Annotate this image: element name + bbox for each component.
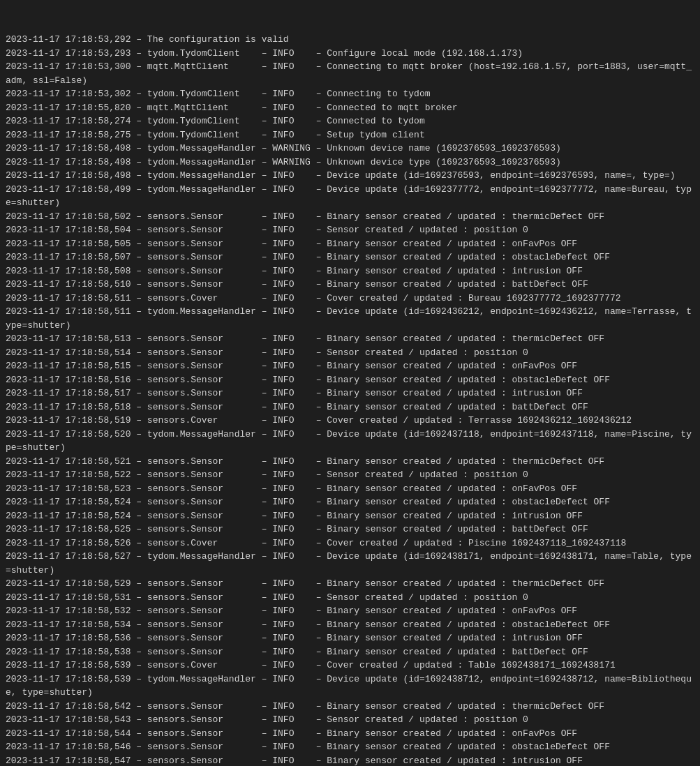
log-line: 2023-11-17 17:18:58,498 – tydom.MessageH… (6, 156, 694, 170)
log-line: 2023-11-17 17:18:58,504 – sensors.Sensor… (6, 223, 694, 237)
log-line: 2023-11-17 17:18:53,300 – mqtt.MqttClien… (6, 60, 694, 87)
log-line: 2023-11-17 17:18:58,502 – sensors.Sensor… (6, 210, 694, 224)
log-line: 2023-11-17 17:18:58,524 – sensors.Sensor… (6, 495, 694, 509)
log-line: 2023-11-17 17:18:58,511 – sensors.Cover … (6, 292, 694, 306)
log-line: 2023-11-17 17:18:58,505 – sensors.Sensor… (6, 237, 694, 251)
log-line: 2023-11-17 17:18:58,516 – sensors.Sensor… (6, 373, 694, 387)
log-line: 2023-11-17 17:18:58,508 – sensors.Sensor… (6, 264, 694, 278)
log-line: 2023-11-17 17:18:58,539 – tydom.MessageH… (6, 673, 694, 700)
log-line: 2023-11-17 17:18:58,529 – sensors.Sensor… (6, 577, 694, 591)
log-line: 2023-11-17 17:18:58,534 – sensors.Sensor… (6, 618, 694, 632)
log-line: 2023-11-17 17:18:58,532 – sensors.Sensor… (6, 604, 694, 618)
log-line: 2023-11-17 17:18:58,543 – sensors.Sensor… (6, 713, 694, 727)
log-line: 2023-11-17 17:18:58,519 – sensors.Cover … (6, 414, 694, 428)
log-line: 2023-11-17 17:18:58,524 – sensors.Sensor… (6, 509, 694, 523)
log-line: 2023-11-17 17:18:53,293 – tydom.TydomCli… (6, 47, 694, 61)
log-line: 2023-11-17 17:18:58,522 – sensors.Sensor… (6, 468, 694, 482)
log-line: 2023-11-17 17:18:58,515 – sensors.Sensor… (6, 359, 694, 373)
log-container: 2023-11-17 17:18:53,292 – The configurat… (6, 6, 694, 766)
log-line: 2023-11-17 17:18:58,499 – tydom.MessageH… (6, 183, 694, 210)
log-line: 2023-11-17 17:18:58,539 – sensors.Cover … (6, 659, 694, 673)
log-line: 2023-11-17 17:18:58,531 – sensors.Sensor… (6, 591, 694, 605)
log-line: 2023-11-17 17:18:58,498 – tydom.MessageH… (6, 169, 694, 183)
log-line: 2023-11-17 17:18:58,525 – sensors.Sensor… (6, 523, 694, 536)
log-line: 2023-11-17 17:18:58,511 – tydom.MessageH… (6, 305, 694, 332)
log-line: 2023-11-17 17:18:55,820 – mqtt.MqttClien… (6, 101, 694, 115)
log-line: 2023-11-17 17:18:58,275 – tydom.TydomCli… (6, 128, 694, 142)
log-output: 2023-11-17 17:18:53,292 – The configurat… (6, 33, 694, 766)
log-line: 2023-11-17 17:18:58,517 – sensors.Sensor… (6, 386, 694, 400)
log-line: 2023-11-17 17:18:58,546 – sensors.Sensor… (6, 740, 694, 754)
log-line: 2023-11-17 17:18:53,302 – tydom.TydomCli… (6, 87, 694, 101)
log-line: 2023-11-17 17:18:58,513 – sensors.Sensor… (6, 332, 694, 346)
log-line: 2023-11-17 17:18:58,518 – sensors.Sensor… (6, 400, 694, 414)
log-line: 2023-11-17 17:18:58,542 – sensors.Sensor… (6, 700, 694, 714)
log-line: 2023-11-17 17:18:58,507 – sensors.Sensor… (6, 250, 694, 264)
log-line: 2023-11-17 17:18:53,292 – The configurat… (6, 33, 694, 47)
log-line: 2023-11-17 17:18:58,547 – sensors.Sensor… (6, 754, 694, 767)
log-line: 2023-11-17 17:18:58,498 – tydom.MessageH… (6, 142, 694, 156)
log-line: 2023-11-17 17:18:58,510 – sensors.Sensor… (6, 278, 694, 292)
log-line: 2023-11-17 17:18:58,523 – sensors.Sensor… (6, 482, 694, 496)
log-line: 2023-11-17 17:18:58,544 – sensors.Sensor… (6, 727, 694, 741)
log-line: 2023-11-17 17:18:58,520 – tydom.MessageH… (6, 428, 694, 455)
log-line: 2023-11-17 17:18:58,521 – sensors.Sensor… (6, 455, 694, 469)
log-line: 2023-11-17 17:18:58,538 – sensors.Sensor… (6, 645, 694, 659)
log-line: 2023-11-17 17:18:58,526 – sensors.Cover … (6, 536, 694, 550)
log-line: 2023-11-17 17:18:58,514 – sensors.Sensor… (6, 346, 694, 360)
log-line: 2023-11-17 17:18:58,274 – tydom.TydomCli… (6, 114, 694, 128)
log-line: 2023-11-17 17:18:58,536 – sensors.Sensor… (6, 631, 694, 645)
log-line: 2023-11-17 17:18:58,527 – tydom.MessageH… (6, 550, 694, 577)
